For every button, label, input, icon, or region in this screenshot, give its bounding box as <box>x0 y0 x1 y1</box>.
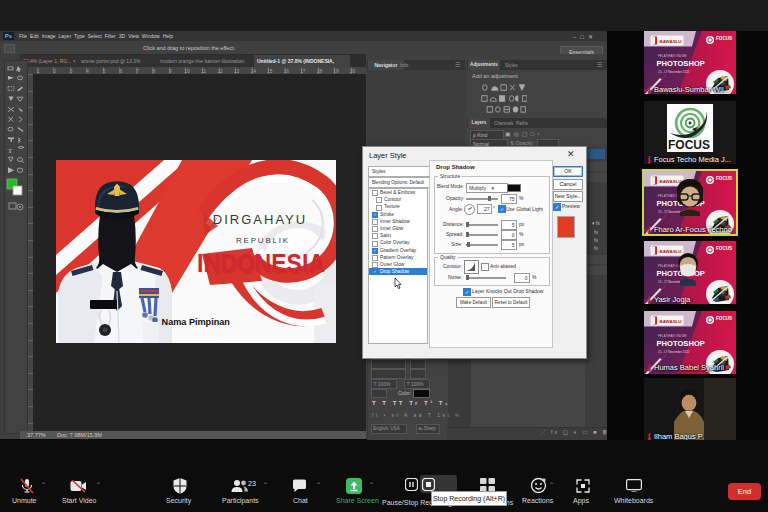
svg-text:DIRGAHAYU: DIRGAHAYU <box>213 212 307 227</box>
svg-text:Nama Pimpinan: Nama Pimpinan <box>162 317 231 327</box>
svg-text:REPUBLIK: REPUBLIK <box>236 236 290 245</box>
svg-text:INDONESIA: INDONESIA <box>197 248 325 278</box>
svg-text:FOCUS: FOCUS <box>668 138 710 152</box>
svg-text:T: T <box>8 147 14 155</box>
